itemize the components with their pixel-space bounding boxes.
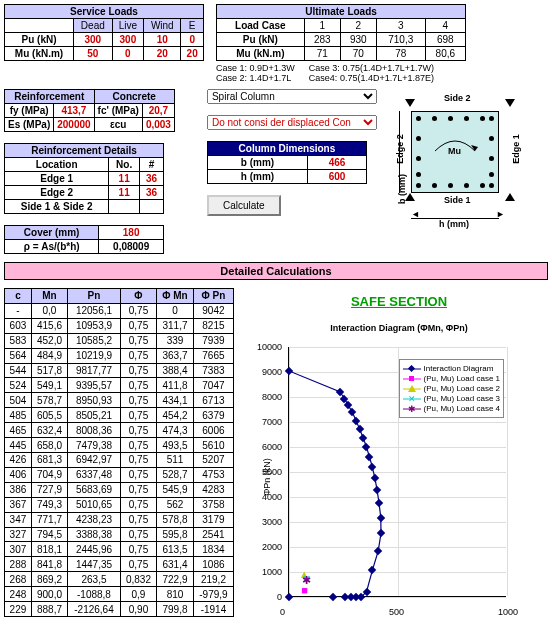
svg-rect-1 — [407, 365, 414, 372]
service-loads-table: Service Loads DeadLiveWindE Pu (kN)30030… — [4, 4, 204, 61]
column-type-select[interactable]: Spiral Column — [207, 89, 377, 104]
svg-rect-3 — [409, 376, 414, 381]
col-dim-table: Column Dimensions b (mm)466 h (mm)600 — [207, 141, 367, 184]
displaced-select[interactable]: Do not consi der displaced Con — [207, 115, 377, 130]
safe-section-label: SAFE SECTION — [351, 294, 447, 309]
reinf-conc-table: ReinforcementConcrete fy (MPa)413,7fc' (… — [4, 89, 175, 132]
chart-title: Interaction Diagram (ΦMn, ΦPn) — [250, 323, 548, 333]
detailed-calc-header: Detailed Calculations — [4, 262, 548, 280]
interaction-chart: 0100020003000400050006000700080009000100… — [250, 337, 510, 617]
svg-text:✕: ✕ — [408, 395, 416, 403]
chart-legend: Interaction Diagram (Pu, Mu) Load case 1… — [399, 359, 504, 418]
ultimate-loads-table: Ultimate Loads Load Case1234 Pu (kN)2839… — [216, 4, 466, 61]
cover-table: Cover (mm)180 ρ = As/(b*h)0,08009 — [4, 225, 164, 254]
column-section-figure: Side 2 Side 1 Edge 2 Edge 1 b (mm) h (mm… — [389, 89, 519, 229]
reinf-details-table: Reinforcement Details LocationNo.# Edge … — [4, 143, 164, 214]
iteration-table: cMnPnΦΦ MnΦ Pn-0,012056,10,7509042603415… — [4, 288, 234, 617]
calculate-button[interactable]: Calculate — [207, 195, 281, 216]
svg-text:✱: ✱ — [408, 405, 416, 413]
